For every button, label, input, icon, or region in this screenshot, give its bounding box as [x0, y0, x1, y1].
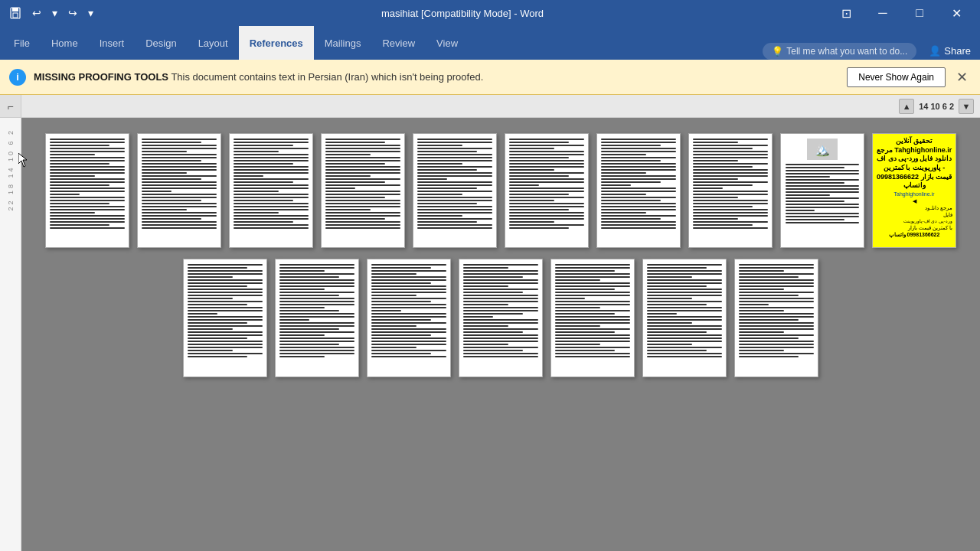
page-thumb-r2-7[interactable]: [734, 259, 818, 377]
ad-text3: ورد-پی دی اف-پاورپوینت: [876, 219, 952, 225]
close-button[interactable]: ✕: [939, 0, 974, 26]
person-icon: 👤: [929, 45, 941, 57]
tell-me-text[interactable]: Tell me what you want to do...: [786, 46, 907, 57]
page-thumb-5[interactable]: [413, 133, 497, 248]
notif-message-text: This document contains text in Persian (…: [171, 71, 483, 83]
page-thumb-7[interactable]: [596, 133, 681, 248]
share-label: Share: [944, 45, 971, 57]
notification-bar: i MISSING PROOFING TOOLS This document c…: [0, 60, 980, 95]
pages-row-2: [37, 259, 965, 377]
share-button[interactable]: 👤 Share: [923, 42, 977, 60]
title-bar: ↩ ▾ ↪ ▾ masihiat [Compatibility Mode] - …: [0, 0, 980, 26]
save-button[interactable]: [6, 5, 24, 21]
left-sidebar: 22 18 14 10 6 2: [0, 118, 21, 551]
zoom-in-button[interactable]: ▲: [899, 99, 914, 114]
maximize-button[interactable]: □: [902, 0, 937, 26]
tab-view[interactable]: View: [426, 26, 469, 60]
ribbon-right: 💡 Tell me what you want to do... 👤 Share: [763, 42, 977, 60]
undo-dropdown[interactable]: ▾: [49, 5, 60, 21]
ruler-left-corner: ⌐: [0, 95, 21, 117]
page-thumb-9[interactable]: 🏔️: [780, 133, 864, 248]
svg-rect-2: [13, 13, 18, 18]
page-thumb-r2-3[interactable]: [367, 259, 451, 377]
ad-website: Tahghighonline.ir: [876, 191, 952, 197]
page-thumb-3[interactable]: [229, 133, 313, 248]
window-controls: ⊡ ─ □ ✕: [828, 0, 974, 26]
ad-arrow: ◀: [876, 197, 952, 204]
redo-button[interactable]: ↪: [65, 5, 80, 21]
lightbulb-icon: 💡: [772, 46, 783, 57]
notif-title: MISSING PROOFING TOOLS: [34, 71, 168, 83]
page-thumb-r2-4[interactable]: [459, 259, 543, 377]
document-area[interactable]: 🏔️ تحقیق آنلاین Tahghighonline.ir مرجع د…: [21, 118, 980, 551]
page-thumb-ad[interactable]: تحقیق آنلاین Tahghighonline.ir مرجع دانل…: [872, 133, 956, 248]
page-thumb-r2-5[interactable]: [550, 259, 635, 377]
tell-me-box[interactable]: 💡 Tell me what you want to do...: [763, 43, 916, 60]
page-thumb-r2-6[interactable]: [642, 259, 727, 377]
page-thumb-4[interactable]: [321, 133, 405, 248]
ruler-corner-icon: ⌐: [7, 100, 13, 112]
tab-design[interactable]: Design: [135, 26, 187, 60]
tab-file[interactable]: File: [3, 26, 41, 60]
tab-references[interactable]: References: [239, 26, 314, 60]
qat-area: ↩ ▾ ↪ ▾: [6, 5, 96, 21]
tab-review[interactable]: Review: [371, 26, 426, 60]
page-thumb-r2-2[interactable]: [275, 259, 359, 377]
ad-content: تحقیق آنلاین Tahghighonline.ir مرجع دانل…: [873, 134, 956, 241]
tab-home[interactable]: Home: [41, 26, 89, 60]
ad-phone: 09981366622 واتساپ: [876, 231, 952, 238]
info-icon: i: [9, 69, 26, 86]
never-show-again-button[interactable]: Never Show Again: [847, 67, 946, 87]
zoom-numbers: 14 10 6 2: [919, 102, 954, 111]
ad-title: تحقیق آنلاین Tahghighonline.ir مرجع دانل…: [876, 137, 952, 191]
page-thumb-2[interactable]: [137, 133, 221, 248]
zoom-controls: ▲ 14 10 6 2 ▼: [899, 99, 974, 114]
ad-text4: با کمترین قیمت بازار: [876, 224, 952, 231]
notification-text: MISSING PROOFING TOOLS This document con…: [34, 71, 839, 83]
page-lines: [46, 134, 129, 247]
ribbon: File Home Insert Design Layout Reference…: [0, 26, 980, 60]
svg-rect-1: [12, 8, 18, 11]
undo-button[interactable]: ↩: [29, 5, 44, 21]
ruler-bar: ⌐ ▲ 14 10 6 2 ▼: [0, 95, 980, 118]
ad-text2: فایل: [876, 211, 952, 218]
pages-row-1: 🏔️ تحقیق آنلاین Tahghighonline.ir مرجع د…: [37, 133, 965, 248]
sidebar-numbers: 22 18 14 10 6 2: [7, 129, 15, 211]
zoom-out-button[interactable]: ▼: [959, 99, 974, 114]
tab-mailings[interactable]: Mailings: [314, 26, 372, 60]
window-title: masihiat [Compatibility Mode] - Word: [96, 8, 828, 19]
customize-qat-button[interactable]: ▾: [85, 5, 96, 21]
page-thumb-8[interactable]: [688, 133, 773, 248]
tab-layout[interactable]: Layout: [188, 26, 239, 60]
page-thumb-1[interactable]: [45, 133, 129, 248]
tab-insert[interactable]: Insert: [89, 26, 136, 60]
help-button[interactable]: ⊡: [828, 0, 864, 26]
ad-text1: مرجع دانلـود: [876, 204, 952, 211]
page-thumb-r2-1[interactable]: [183, 259, 267, 377]
page-thumb-6[interactable]: [505, 133, 589, 248]
ribbon-tabs: File Home Insert Design Layout Reference…: [0, 26, 980, 60]
minimize-button[interactable]: ─: [865, 0, 900, 26]
notification-close-button[interactable]: ✕: [953, 69, 971, 86]
main-area: 22 18 14 10 6 2: [0, 118, 980, 551]
